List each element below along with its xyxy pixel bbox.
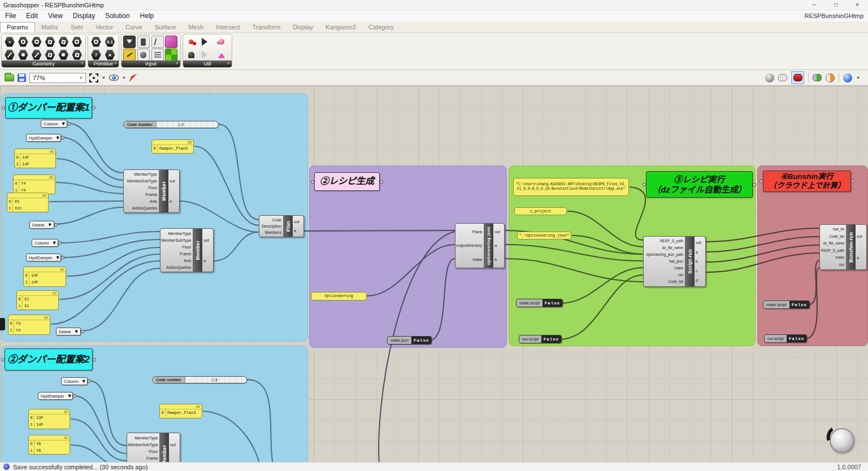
boolean-param-icon[interactable]: [90, 36, 102, 48]
group-label-damper1[interactable]: ①ダンパー配置案1: [5, 97, 92, 119]
offscreen-component-edge[interactable]: [0, 318, 5, 330]
group-label-recipe[interactable]: ②レシピ生成: [314, 172, 380, 191]
expand-icon[interactable]: +: [81, 60, 84, 66]
arc-param-icon[interactable]: [17, 49, 29, 61]
multiline-panel-icon[interactable]: [151, 49, 164, 61]
value-list-column-3[interactable]: Column ▼: [61, 377, 88, 385]
etch-icon[interactable]: [151, 36, 164, 48]
wireframe-preview-icon[interactable]: [778, 74, 787, 81]
tab-sets[interactable]: Sets: [64, 23, 89, 32]
dropdown-icon[interactable]: ▼: [47, 223, 53, 228]
panel-damper-plan2[interactable]: (8) 0Damper_Plan2: [151, 139, 194, 154]
value-list-hystdamper-2[interactable]: HystDamper ▼: [26, 254, 61, 261]
dropdown-icon[interactable]: ▼: [55, 136, 60, 141]
dropdown-icon[interactable]: ▼: [67, 394, 72, 399]
tab-intersect[interactable]: Intersect: [210, 23, 246, 32]
menu-edit[interactable]: Edit: [21, 12, 43, 20]
slider-handle[interactable]: ◇: [177, 122, 181, 127]
value-list-delete[interactable]: Delete ▼: [29, 221, 54, 229]
expand-icon[interactable]: +: [176, 60, 179, 66]
sketch-tool-icon[interactable]: [129, 74, 137, 82]
panel-floor-13f[interactable]: (0) 013F 114F: [28, 409, 70, 429]
group-label-bunshin[interactable]: ④Bunshin実行 （クラウド上で計算）: [763, 171, 851, 192]
bone-param-icon[interactable]: [31, 49, 43, 61]
preview-selected-only-icon[interactable]: [813, 74, 822, 81]
tab-kangaroo2[interactable]: Kangaroo2: [319, 23, 362, 32]
close-button[interactable]: ×: [847, 0, 868, 10]
shaded-preview-selected[interactable]: [791, 71, 804, 84]
panel-axis-y3-y4[interactable]: (0) 0Y3 1Y4: [8, 315, 50, 335]
panel-x-project[interactable]: x_project: [514, 207, 567, 215]
group-label-recipe-run[interactable]: ③レシピ実行 （dzファイル自動生成）: [646, 171, 753, 198]
panel-damper-plan3[interactable]: (0) 0Damper_Plan3: [159, 404, 202, 418]
value-list-column-2[interactable]: Column ▼: [32, 239, 58, 247]
panel-optioneering-json-path[interactable]: ".\Optioneering.json": [517, 232, 571, 239]
tab-vector[interactable]: Vector: [89, 23, 119, 32]
value-list-hystdamper-3[interactable]: HystDamper ▼: [38, 392, 73, 400]
panel-icon[interactable]: [165, 36, 177, 48]
menu-help[interactable]: Help: [135, 12, 159, 20]
dropdown-icon[interactable]: ▼: [55, 255, 60, 260]
value-list-column[interactable]: Column ▼: [41, 120, 67, 128]
maximize-button[interactable]: □: [825, 0, 847, 10]
document-preview-icon[interactable]: [826, 73, 835, 82]
canvas[interactable]: ①ダンパー配置案1 Column ▼ HystDamper ▼ Code num…: [0, 86, 868, 462]
flask-icon[interactable]: [215, 49, 228, 61]
box-param-icon[interactable]: [57, 36, 70, 48]
text-param-icon[interactable]: A: [104, 49, 116, 61]
expand-icon[interactable]: +: [114, 60, 117, 66]
code-number-slider[interactable]: Code number ◇2: [123, 121, 219, 128]
panel-floor-14f-2[interactable]: (0) 014F 114F: [23, 267, 66, 287]
member-component-1[interactable]: MemberTypeMemberSubType FloorFrame AxisA…: [123, 169, 180, 213]
optioneering-json-component[interactable]: Plansoutputdirectorymake optioneering js…: [455, 223, 505, 268]
dropdown-icon[interactable]: ▼: [74, 329, 79, 334]
value-list-delete-2[interactable]: Delete ▼: [56, 328, 81, 335]
circle-param-icon[interactable]: [17, 36, 29, 48]
tab-maths[interactable]: Maths: [35, 23, 64, 32]
material-preview-icon[interactable]: [843, 73, 852, 82]
material-dropdown-icon[interactable]: ▼: [856, 76, 860, 80]
tab-transform[interactable]: Transform: [246, 23, 287, 32]
make-json-toggle[interactable]: make json False: [387, 336, 432, 344]
graph-mapper-icon[interactable]: [123, 49, 136, 61]
panel-optioneering[interactable]: Optioneering: [311, 292, 367, 300]
menu-solution[interactable]: Solution: [100, 12, 134, 20]
tab-curve[interactable]: Curve: [119, 23, 148, 32]
no-preview-icon[interactable]: [765, 73, 774, 82]
canvas-trackball[interactable]: [830, 428, 854, 453]
panel-floor-14f[interactable]: (0) 014F 114F: [14, 149, 56, 168]
panel-frame-y4[interactable]: (0) 0Y4 1Y4: [13, 175, 55, 194]
hollow-arrow-icon[interactable]: [200, 49, 212, 61]
preview-dropdown-icon[interactable]: ▼: [122, 76, 126, 80]
menu-file[interactable]: File: [0, 12, 21, 20]
field-param-icon[interactable]: [71, 36, 83, 48]
group-label-damper2[interactable]: ②ダンパー配置案2: [5, 348, 93, 370]
knob-icon[interactable]: [137, 49, 150, 61]
menu-display[interactable]: Display: [68, 12, 100, 20]
make-script-toggle-green[interactable]: make script False: [516, 299, 563, 307]
value-list-hystdamper[interactable]: HystDamper ▼: [26, 134, 61, 142]
number-param-icon[interactable]: 0.1: [104, 36, 116, 48]
save-file-icon[interactable]: [18, 73, 26, 82]
plan-component[interactable]: CodeDescriptionMembers Plan outa: [259, 215, 304, 237]
tab-category[interactable]: Category: [362, 23, 400, 32]
code-number-slider-2[interactable]: Code number ◇3: [152, 376, 247, 383]
zoom-select[interactable]: 77% ∨: [29, 73, 86, 83]
dropdown-icon[interactable]: ▼: [61, 121, 66, 127]
shaded-preview-icon[interactable]: [793, 74, 802, 81]
minimize-button[interactable]: ─: [804, 0, 825, 10]
panel-exe-path[interactable]: "C:\Users\zhang.KAISEKI-NRT\Desktop\RESP…: [513, 178, 629, 196]
tree-icon[interactable]: [185, 49, 197, 61]
panel-axis-x1[interactable]: (0) 0X1 1X2c: [7, 193, 49, 212]
member-component-3[interactable]: MemberTypeMemberSubType FloorFrame AxisA…: [127, 433, 180, 462]
slider-handle[interactable]: ◇: [211, 377, 214, 382]
bunshin-run-component[interactable]: has_dzCode_list dz_file_nameRESP_D_path …: [819, 224, 867, 270]
plane-param-icon[interactable]: [44, 36, 56, 48]
menu-view[interactable]: View: [43, 12, 68, 20]
gradient-icon[interactable]: [165, 49, 177, 61]
diamond-param-icon[interactable]: [44, 49, 56, 61]
zoom-extents-dropdown-icon[interactable]: ▼: [102, 76, 106, 80]
forward-arrow-icon[interactable]: [200, 36, 212, 48]
run-script-toggle-green[interactable]: run script False: [519, 335, 562, 343]
null-param-icon[interactable]: ×: [3, 36, 16, 48]
